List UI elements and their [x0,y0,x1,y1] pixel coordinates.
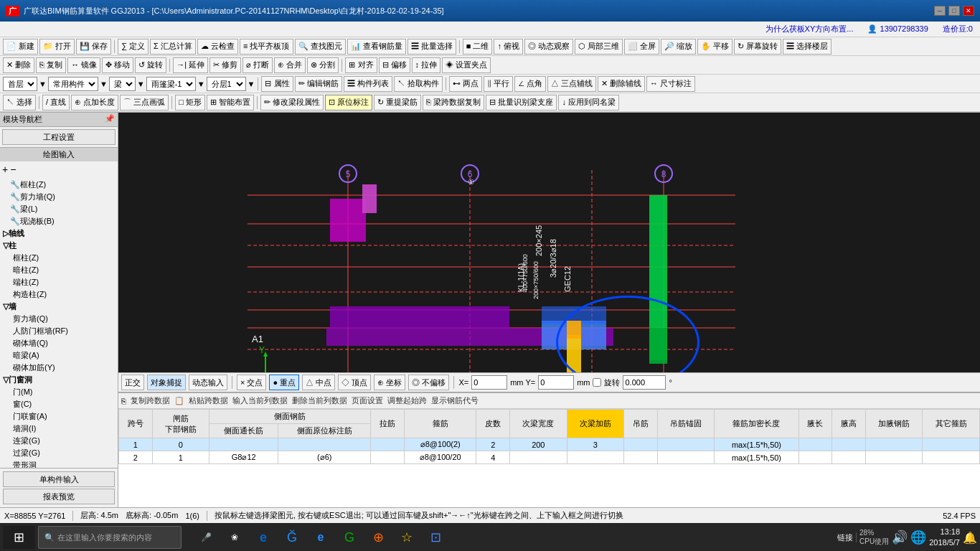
tree-item-struct-col[interactable]: 构造柱(Z) [1,288,116,301]
taskbar-blue-app[interactable]: ⊡ [423,524,448,550]
taskbar-cortana[interactable]: ❀ [222,524,248,550]
tree-item-axis[interactable]: ▷ 轴线 [1,227,116,240]
open-btn[interactable]: 📁 打开 [39,39,75,55]
calc-btn[interactable]: Σ 汇总计算 [150,39,196,55]
2d-btn[interactable]: ■ 二维 [463,39,493,55]
endpoint-btn[interactable]: ● 重点 [269,375,299,390]
comp-list-btn[interactable]: ☰ 构件列表 [344,76,392,92]
apply-same-btn[interactable]: ↓ 应用到同名梁 [558,95,619,110]
point-angle-btn[interactable]: ∠ 点角 [514,76,546,92]
adj-start-btn[interactable]: 调整起始跨 [387,395,427,406]
rotate2-btn[interactable]: ↺ 旋转 [135,57,166,73]
tree-item-lintel[interactable]: 过梁(G) [1,447,116,459]
new-btn[interactable]: 📄 新建 [3,39,38,55]
tree-item-wall-group[interactable]: ▽ 墙 [1,301,116,313]
tree-item-hidden-beam[interactable]: 暗梁(A) [1,349,116,362]
view-steel-btn[interactable]: 📊 查看钢筋量 [347,39,406,55]
taskbar-search[interactable]: 🔍 在这里输入你要搜索的内容 [38,526,182,549]
taskbar-orange-app[interactable]: ⊕ [365,524,391,550]
offset-btn[interactable]: ⊟ 偏移 [379,57,410,73]
tree-item-strip-hole[interactable]: 带形洞 [1,459,116,468]
extend-btn[interactable]: →| 延伸 [173,57,208,73]
floor-select[interactable]: 首层 [3,77,37,91]
tree-item-end-col[interactable]: 端柱(Z) [1,276,116,288]
mirror-btn[interactable]: ↔ 镜像 [67,57,100,73]
page-setup-btn[interactable]: 页面设置 [352,395,383,406]
no-offset-btn[interactable]: ◎ 不偏移 [408,375,449,390]
dim-btn[interactable]: ↔ 尺寸标注 [646,76,695,92]
start-button[interactable]: ⊞ [3,526,35,549]
report-preview-btn[interactable]: 报表预览 [3,489,115,504]
define-btn[interactable]: ∑ 定义 [118,39,149,55]
show-code-btn[interactable]: 显示钢筋代号 [431,395,479,406]
taskbar-gold-app[interactable]: ☆ [394,524,420,550]
pan-btn[interactable]: ✋ 平移 [697,39,732,55]
notif-link1[interactable]: 为什么茯板XY方向布置... [765,24,854,34]
tree-item-shear-wall[interactable]: 🔧 剪力墙(Q) [1,191,116,203]
cloud-check-btn[interactable]: ☁ 云检查 [197,39,238,55]
tree-item-coupling-beam[interactable]: 连梁(G) [1,435,116,447]
sound-icon[interactable]: 🔊 [892,529,908,545]
pick-comp-btn[interactable]: ↖ 拾取构件 [394,76,443,92]
sidebar-expand-btn[interactable]: + [2,164,8,175]
batch-select-btn[interactable]: ☰ 批量选择 [407,39,456,55]
tree-item-wall-hole[interactable]: 墙洞(I) [1,423,116,435]
input-col-btn[interactable]: 输入当前列数据 [232,395,288,406]
tree-item-shear-wall2[interactable]: 剪力墙(Q) [1,313,116,325]
beam-select[interactable]: 雨篷梁-1 [146,77,196,91]
rotate-input[interactable] [623,375,666,390]
dynamic-btn[interactable]: ◎ 动态观察 [524,39,573,55]
span-copy-btn[interactable]: ⎘ 梁跨数据复制 [423,95,484,110]
tree-item-door[interactable]: 门(M) [1,386,116,398]
tree-item-civil-def-wall[interactable]: 人防门框墙(RF) [1,325,116,337]
intersect-btn[interactable]: × 交点 [237,375,266,390]
three-point-btn[interactable]: △ 三点辅线 [547,76,596,92]
tree-item-door-window[interactable]: ▽ 门窗洞 [1,374,116,386]
select-floor-btn[interactable]: ☰ 选择楼层 [783,39,831,55]
taskbar-mic[interactable]: 🎤 [193,524,219,550]
ortho-btn[interactable]: 正交 [121,375,144,390]
arc-btn[interactable]: ⌒ 三点画弧 [120,95,169,110]
tree-item-window[interactable]: 窗(C) [1,398,116,410]
fullscreen-btn[interactable]: ⬜ 全屏 [624,39,659,55]
network-icon[interactable]: 🌐 [910,529,926,545]
del-aux-btn[interactable]: ✕ 删除辅线 [598,76,645,92]
smart-place-btn[interactable]: ⊞ 智能布置 [207,95,254,110]
td-next-steel-1[interactable]: 3 [567,438,624,451]
maximize-button[interactable]: □ [948,6,960,16]
line-btn[interactable]: / 直线 [42,95,70,110]
layer-select[interactable]: 分层1 [207,77,246,91]
move-btn[interactable]: ✥ 移动 [102,57,133,73]
edit-steel-btn[interactable]: ✏ 编辑钢筋 [295,76,342,92]
copy-span-btn[interactable]: 复制跨数据 [131,395,170,406]
rotate-btn[interactable]: ↻ 屏幕旋转 [734,39,781,55]
main-canvas[interactable]: 5 6 8 200×245 [118,113,980,372]
close-button[interactable]: ✕ [963,6,974,16]
taskbar-edge[interactable]: e [250,524,276,550]
del-col-btn[interactable]: 删除当前列数据 [292,395,347,406]
taskbar-green-app[interactable]: G [336,524,362,550]
snap-btn[interactable]: 对象捕捉 [147,375,186,390]
taskbar-ie[interactable]: Ğ [279,524,305,550]
single-comp-btn[interactable]: 单构件输入 [3,471,115,487]
inplace-mark-btn[interactable]: ⊡ 原位标注 [325,95,372,110]
tree-item-masonry-steel[interactable]: 砌体加筋(Y) [1,362,116,374]
tree-item-frame-col[interactable]: 🔧 框柱(Z) [1,179,116,191]
point-len-btn[interactable]: ⊕ 点加长度 [71,95,118,110]
x-input[interactable] [471,375,507,390]
engineering-btn[interactable]: 工程设置 [2,129,116,145]
tree-item-door-window-combo[interactable]: 门联窗(A) [1,410,116,423]
save-btn[interactable]: 💾 保存 [76,39,111,55]
merge-btn[interactable]: ⊕ 合并 [274,57,306,73]
table-scroll[interactable]: 跨号 闸筋下部钢筋 侧面钢筋 拉筋 箍筋 皮数 次梁宽度 次梁加筋 吊筋 吊筋锚… [118,409,980,507]
y-input[interactable] [538,375,574,390]
copy-btn[interactable]: ⎘ 复制 [36,57,66,73]
taskbar-edge2[interactable]: e [308,524,334,550]
local3d-btn[interactable]: ⬡ 局部三维 [575,39,623,55]
rotate-check[interactable] [593,378,601,387]
tree-item-col-group[interactable]: ▽ 柱 [1,240,116,252]
tree-item-frame-col2[interactable]: 框柱(Z) [1,252,116,264]
find-elem-btn[interactable]: 🔍 查找图元 [295,39,346,55]
parallel-btn[interactable]: ∥ 平行 [484,76,513,92]
break-btn[interactable]: ⌀ 打断 [242,57,273,73]
